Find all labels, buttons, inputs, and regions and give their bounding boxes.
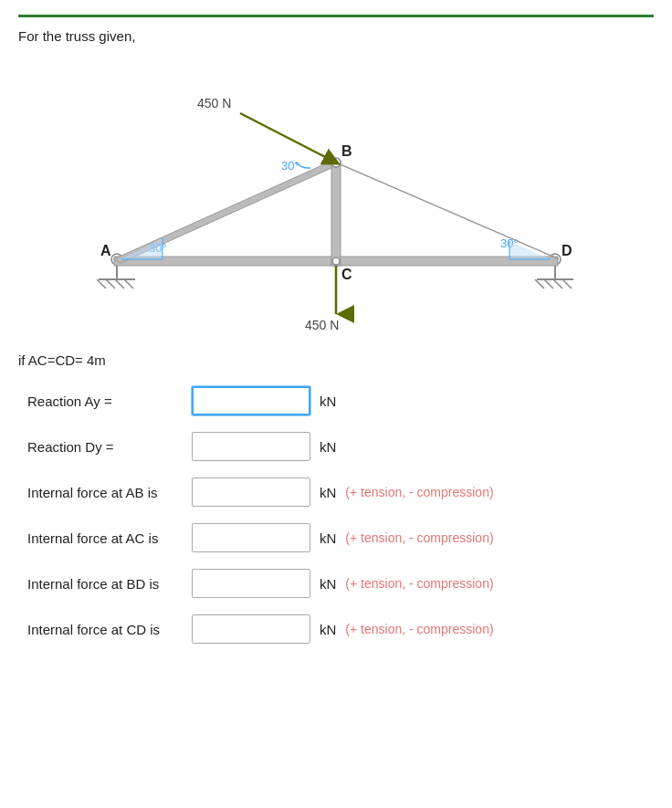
label-b: B — [341, 143, 352, 159]
angle-b-top: 30° — [281, 159, 299, 173]
unit-force-ac: kN — [320, 530, 336, 546]
node-b — [331, 158, 341, 167]
input-force-cd[interactable] — [192, 614, 310, 644]
svg-line-4 — [115, 279, 124, 289]
bottom-load-label: 450 N — [305, 318, 339, 332]
form-row-force-bd: Internal force at BD iskN(+ tension, - c… — [27, 569, 654, 598]
label-a: A — [100, 243, 111, 258]
label-force-ac: Internal force at AC is — [27, 530, 183, 546]
truss-diagram: A B C D 450 N 450 N 30° 30° — [62, 51, 610, 343]
form-row-reaction-dy: Reaction Dy =kN — [27, 432, 654, 461]
unit-force-ab: kN — [320, 485, 336, 500]
svg-line-9 — [535, 279, 544, 289]
unit-reaction-dy: kN — [320, 439, 336, 455]
note-force-cd: (+ tension, - compression) — [345, 622, 493, 636]
input-force-bd[interactable] — [192, 569, 310, 598]
condition-text: if AC=CD= 4m — [18, 352, 654, 368]
input-reaction-dy[interactable] — [192, 432, 310, 461]
unit-reaction-ay: kN — [320, 394, 336, 409]
svg-marker-18 — [331, 161, 341, 266]
unit-force-cd: kN — [320, 622, 336, 637]
unit-force-bd: kN — [320, 576, 336, 592]
note-force-bd: (+ tension, - compression) — [345, 576, 493, 591]
svg-line-11 — [553, 279, 562, 289]
label-force-ab: Internal force at AB is — [27, 485, 183, 500]
note-force-ac: (+ tension, - compression) — [345, 530, 493, 545]
input-force-ab[interactable] — [192, 477, 310, 507]
node-c — [332, 257, 340, 265]
top-load-label: 450 N — [197, 96, 231, 110]
svg-marker-17 — [332, 161, 559, 259]
svg-line-3 — [106, 279, 115, 289]
label-reaction-ay: Reaction Ay = — [27, 394, 183, 409]
label-d: D — [562, 243, 572, 258]
form-row-force-ab: Internal force at AB iskN(+ tension, - c… — [27, 477, 654, 507]
form-section: Reaction Ay =kNReaction Dy =kNInternal f… — [27, 386, 654, 644]
label-force-cd: Internal force at CD is — [27, 622, 183, 637]
label-reaction-dy: Reaction Dy = — [27, 439, 183, 455]
form-row-force-cd: Internal force at CD iskN(+ tension, - c… — [27, 614, 654, 644]
svg-line-5 — [124, 279, 133, 289]
svg-line-10 — [544, 279, 553, 289]
top-border — [18, 15, 654, 17]
svg-line-2 — [97, 279, 106, 289]
label-force-bd: Internal force at BD is — [27, 576, 183, 592]
note-force-ab: (+ tension, - compression) — [345, 485, 493, 499]
intro-text: For the truss given, — [18, 28, 654, 44]
form-row-reaction-ay: Reaction Ay =kN — [27, 386, 654, 415]
input-reaction-ay[interactable] — [192, 386, 310, 415]
svg-line-12 — [562, 279, 572, 289]
form-row-force-ac: Internal force at AC iskN(+ tension, - c… — [27, 523, 654, 552]
label-c: C — [341, 267, 352, 282]
input-force-ac[interactable] — [192, 523, 310, 552]
top-load-arrow — [240, 113, 332, 161]
